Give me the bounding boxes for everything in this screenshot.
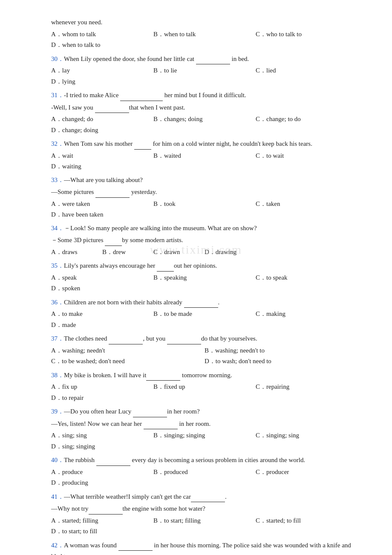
option-d: D．waiting: [51, 161, 358, 172]
question-31: 31．-I tried to make Alice her mind but I…: [51, 90, 358, 136]
q41-text1: 41．—What terrible weather!I simply can't…: [51, 491, 358, 503]
q42-text: 42．A woman was found in her house this m…: [51, 540, 358, 555]
blank: [70, 551, 87, 555]
q37-text: 37．The clothes need , but you do that by…: [51, 333, 358, 344]
option-b: B．singing; singing: [153, 430, 256, 441]
option-a: A．whom to talk: [51, 29, 153, 40]
blank: [120, 90, 163, 101]
blank: [89, 503, 123, 515]
blank: [146, 370, 180, 381]
blank: [105, 234, 122, 246]
option-c: C．taken: [256, 199, 358, 210]
q31-text2: -Well, I saw you that when I went past.: [51, 102, 358, 113]
question-34: 34．－Look! So many people are walking int…: [51, 223, 358, 258]
q41-num: 41．: [51, 493, 64, 500]
option-a: A．washing; needn't: [51, 345, 205, 356]
option-b: B．when to talk: [153, 29, 256, 40]
option-a: A．fix up: [51, 382, 153, 393]
option-b: B．to start; filling: [153, 515, 256, 526]
option-c: C．started; to fill: [256, 515, 358, 526]
question-39: 39．—Do you often hear Lucy in her room? …: [51, 406, 358, 452]
option-d: D．drawing: [205, 247, 247, 258]
option-c: C．singing; sing: [256, 430, 358, 441]
question-41: 41．—What terrible weather!I simply can't…: [51, 491, 358, 537]
option-c: C．producer: [256, 467, 358, 478]
q36-text: 36．Children are not born with their habi…: [51, 297, 358, 308]
q40-text: 40．The rubbish every day is becoming a s…: [51, 454, 358, 466]
blank: [134, 138, 151, 150]
question-intro: whenever you need. A．whom to talk B．when…: [51, 17, 358, 51]
blank: [96, 454, 130, 466]
q39-num: 39．: [51, 408, 64, 415]
option-b: B．speaking: [153, 272, 256, 283]
option-b: B．took: [153, 199, 256, 210]
option-d: D．when to talk to: [51, 40, 358, 51]
question-35: 35．Lily's parents always encourage her o…: [51, 260, 358, 294]
question-33: 33．—What are you talking about? —Some pi…: [51, 175, 358, 220]
option-a: A．draws: [51, 247, 94, 258]
option-a: A．sing; sing: [51, 430, 153, 441]
q33-num: 33．: [51, 176, 64, 183]
option-a: A．speak: [51, 272, 153, 283]
option-c: C．lied: [256, 65, 358, 76]
option-c: C．who to talk to: [256, 29, 358, 40]
q32-options: A．wait B．waited C．to wait D．waiting: [51, 150, 358, 172]
question-36: 36．Children are not born with their habi…: [51, 297, 358, 331]
blank: [157, 260, 174, 272]
intro-text: whenever you need.: [51, 17, 358, 28]
option-d: D．to start; to fill: [51, 526, 358, 537]
q35-num: 35．: [51, 262, 64, 269]
option-c: C．to speak: [256, 272, 358, 283]
q37-options: A．washing; needn't B．washing; needn't to…: [51, 345, 358, 367]
option-a: A．produce: [51, 467, 153, 478]
blank: [95, 102, 129, 113]
q34-text1: 34．－Look! So many people are walking int…: [51, 223, 358, 234]
q31-options: A．changed; do B．changes; doing C．change;…: [51, 114, 358, 136]
option-a: A．changed; do: [51, 114, 153, 125]
q33-text2: —Some pictures yesterday.: [51, 186, 358, 198]
blank: [167, 333, 201, 344]
q34-text2: －Some 3D pictures by some modern artists…: [51, 234, 358, 246]
option-d: D．change; doing: [51, 125, 358, 136]
q33-text1: 33．—What are you talking about?: [51, 175, 358, 186]
q32-num: 32．: [51, 140, 64, 147]
q37-num: 37．: [51, 335, 64, 342]
option-d: D．lying: [51, 76, 358, 87]
q31-text1: 31．-I tried to make Alice her mind but I…: [51, 90, 358, 101]
option-b: B．fixed up: [153, 382, 256, 393]
q42-num: 42．: [51, 542, 64, 549]
q32-text: 32．When Tom saw his mother for him on a …: [51, 138, 358, 150]
q39-text2: —Yes, listen! Now we can hear her in her…: [51, 418, 358, 430]
blank: [144, 418, 178, 430]
q39-options: A．sing; sing B．singing; singing C．singin…: [51, 430, 358, 452]
option-b: B．to lie: [153, 65, 256, 76]
option-d: D．producing: [51, 477, 358, 489]
option-d: D．have been taken: [51, 209, 358, 220]
q38-num: 38．: [51, 372, 64, 379]
q30-num: 30．: [51, 55, 64, 62]
question-32: 32．When Tom saw his mother for him on a …: [51, 138, 358, 172]
blank: [184, 297, 218, 308]
q31-num: 31．: [51, 92, 64, 98]
q39-text1: 39．—Do you often hear Lucy in her room?: [51, 406, 358, 417]
option-c: C．change; to do: [256, 114, 358, 125]
blank: [196, 53, 230, 65]
option-b: B．produced: [153, 467, 256, 478]
question-37: 37．The clothes need , but you do that by…: [51, 333, 358, 367]
q38-text: 38．My bike is broken. I will have it tom…: [51, 370, 358, 381]
option-c: C．making: [256, 309, 358, 320]
blank: [133, 406, 167, 417]
blank: [109, 333, 143, 344]
q30-options: A．lay B．to lie C．lied D．lying: [51, 65, 358, 87]
option-c: C．repairing: [256, 382, 358, 393]
intro-options: A．whom to talk B．when to talk C．who to t…: [51, 29, 358, 51]
question-40: 40．The rubbish every day is becoming a s…: [51, 454, 358, 489]
option-b: B．waited: [153, 150, 256, 162]
option-a: A．lay: [51, 65, 153, 76]
blank: [95, 186, 130, 198]
q30-text: 30．When Lily opened the door, she found …: [51, 53, 358, 65]
option-b: B．changes; doing: [153, 114, 256, 125]
q33-options: A．were taken B．took C．taken D．have been …: [51, 199, 358, 220]
option-a: A．started; filling: [51, 515, 153, 526]
q40-options: A．produce B．produced C．producer D．produc…: [51, 467, 358, 489]
